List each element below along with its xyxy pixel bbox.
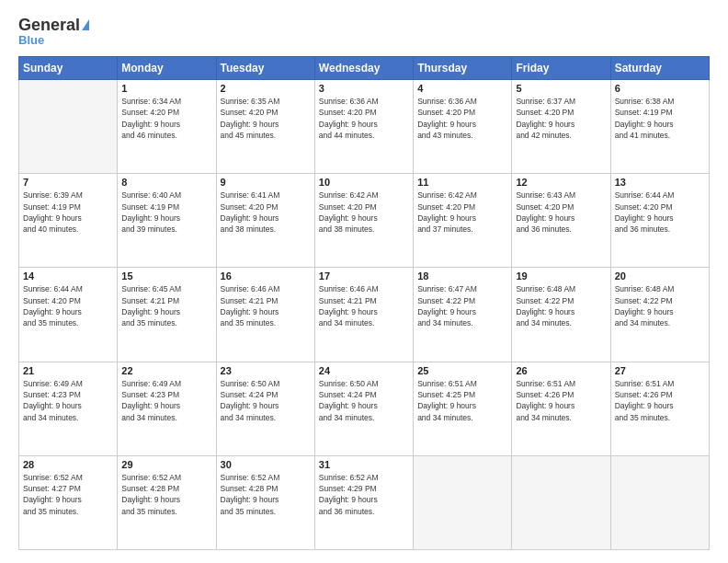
day-number: 13	[615, 177, 705, 188]
day-info: Sunrise: 6:43 AM Sunset: 4:20 PM Dayligh…	[516, 190, 606, 235]
calendar-cell: 9Sunrise: 6:41 AM Sunset: 4:20 PM Daylig…	[216, 174, 314, 268]
day-number: 18	[417, 270, 507, 282]
day-info: Sunrise: 6:39 AM Sunset: 4:19 PM Dayligh…	[23, 190, 113, 235]
day-info: Sunrise: 6:36 AM Sunset: 4:20 PM Dayligh…	[319, 96, 409, 141]
calendar-cell: 27Sunrise: 6:51 AM Sunset: 4:26 PM Dayli…	[610, 362, 709, 455]
calendar-cell: 3Sunrise: 6:36 AM Sunset: 4:20 PM Daylig…	[314, 80, 413, 174]
calendar-cell	[19, 80, 118, 174]
week-row-5: 28Sunrise: 6:52 AM Sunset: 4:27 PM Dayli…	[19, 455, 710, 549]
day-number: 25	[417, 365, 507, 376]
day-info: Sunrise: 6:50 AM Sunset: 4:24 PM Dayligh…	[221, 378, 311, 423]
calendar-cell: 7Sunrise: 6:39 AM Sunset: 4:19 PM Daylig…	[19, 174, 118, 268]
day-info: Sunrise: 6:49 AM Sunset: 4:23 PM Dayligh…	[121, 378, 211, 423]
day-number: 4	[417, 83, 507, 94]
logo-triangle-icon	[82, 19, 89, 30]
day-number: 9	[221, 177, 311, 188]
calendar-cell: 15Sunrise: 6:45 AM Sunset: 4:21 PM Dayli…	[118, 268, 216, 362]
day-number: 7	[23, 177, 113, 188]
day-number: 24	[319, 365, 409, 376]
day-info: Sunrise: 6:48 AM Sunset: 4:22 PM Dayligh…	[516, 283, 606, 328]
day-number: 27	[615, 365, 705, 376]
day-number: 20	[615, 270, 705, 282]
day-number: 12	[516, 177, 606, 188]
day-number: 30	[221, 459, 311, 470]
calendar-cell: 29Sunrise: 6:52 AM Sunset: 4:28 PM Dayli…	[118, 455, 216, 549]
calendar-cell: 2Sunrise: 6:35 AM Sunset: 4:20 PM Daylig…	[216, 80, 314, 174]
day-number: 1	[121, 83, 211, 94]
weekday-header-saturday: Saturday	[610, 57, 709, 80]
day-number: 26	[516, 365, 606, 376]
day-info: Sunrise: 6:44 AM Sunset: 4:20 PM Dayligh…	[23, 283, 113, 328]
day-number: 14	[23, 270, 113, 282]
weekday-header-friday: Friday	[512, 57, 610, 80]
calendar-cell: 4Sunrise: 6:36 AM Sunset: 4:20 PM Daylig…	[414, 80, 512, 174]
day-info: Sunrise: 6:44 AM Sunset: 4:20 PM Dayligh…	[615, 190, 705, 235]
day-number: 6	[615, 83, 705, 94]
calendar-cell: 20Sunrise: 6:48 AM Sunset: 4:22 PM Dayli…	[610, 268, 709, 362]
day-number: 11	[417, 177, 507, 188]
day-info: Sunrise: 6:45 AM Sunset: 4:21 PM Dayligh…	[121, 283, 211, 328]
calendar-cell: 24Sunrise: 6:50 AM Sunset: 4:24 PM Dayli…	[314, 362, 413, 455]
day-info: Sunrise: 6:51 AM Sunset: 4:25 PM Dayligh…	[417, 378, 507, 423]
calendar-cell: 31Sunrise: 6:52 AM Sunset: 4:29 PM Dayli…	[314, 455, 413, 549]
day-number: 10	[319, 177, 409, 188]
calendar-cell: 6Sunrise: 6:38 AM Sunset: 4:19 PM Daylig…	[610, 80, 709, 174]
calendar-cell: 5Sunrise: 6:37 AM Sunset: 4:20 PM Daylig…	[512, 80, 610, 174]
day-info: Sunrise: 6:34 AM Sunset: 4:20 PM Dayligh…	[121, 96, 211, 141]
logo-blue: Blue	[18, 33, 44, 47]
day-info: Sunrise: 6:48 AM Sunset: 4:22 PM Dayligh…	[615, 283, 705, 328]
day-info: Sunrise: 6:36 AM Sunset: 4:20 PM Dayligh…	[417, 96, 507, 141]
calendar-cell	[414, 455, 512, 549]
calendar-cell: 16Sunrise: 6:46 AM Sunset: 4:21 PM Dayli…	[216, 268, 314, 362]
day-info: Sunrise: 6:35 AM Sunset: 4:20 PM Dayligh…	[221, 96, 311, 141]
day-info: Sunrise: 6:40 AM Sunset: 4:19 PM Dayligh…	[121, 190, 211, 235]
day-number: 2	[221, 83, 311, 94]
day-number: 28	[23, 459, 113, 470]
calendar-cell	[610, 455, 709, 549]
weekday-header-monday: Monday	[118, 57, 216, 80]
calendar-cell	[512, 455, 610, 549]
week-row-3: 14Sunrise: 6:44 AM Sunset: 4:20 PM Dayli…	[19, 268, 710, 362]
day-number: 15	[121, 270, 211, 282]
day-number: 19	[516, 270, 606, 282]
day-number: 22	[121, 365, 211, 376]
day-info: Sunrise: 6:49 AM Sunset: 4:23 PM Dayligh…	[23, 378, 113, 423]
calendar-cell: 8Sunrise: 6:40 AM Sunset: 4:19 PM Daylig…	[118, 174, 216, 268]
weekday-header-wednesday: Wednesday	[314, 57, 413, 80]
logo: General Blue	[18, 17, 89, 47]
day-number: 3	[319, 83, 409, 94]
day-info: Sunrise: 6:38 AM Sunset: 4:19 PM Dayligh…	[615, 96, 705, 141]
day-info: Sunrise: 6:42 AM Sunset: 4:20 PM Dayligh…	[319, 190, 409, 235]
weekday-header-tuesday: Tuesday	[216, 57, 314, 80]
calendar-cell: 11Sunrise: 6:42 AM Sunset: 4:20 PM Dayli…	[414, 174, 512, 268]
calendar-cell: 21Sunrise: 6:49 AM Sunset: 4:23 PM Dayli…	[19, 362, 118, 455]
day-number: 21	[23, 365, 113, 376]
weekday-header-thursday: Thursday	[414, 57, 512, 80]
day-info: Sunrise: 6:46 AM Sunset: 4:21 PM Dayligh…	[319, 283, 409, 328]
calendar-cell: 30Sunrise: 6:52 AM Sunset: 4:28 PM Dayli…	[216, 455, 314, 549]
page: General Blue SundayMondayTuesdayWednesda…	[0, 0, 728, 563]
week-row-2: 7Sunrise: 6:39 AM Sunset: 4:19 PM Daylig…	[19, 174, 710, 268]
calendar-cell: 18Sunrise: 6:47 AM Sunset: 4:22 PM Dayli…	[414, 268, 512, 362]
day-info: Sunrise: 6:52 AM Sunset: 4:27 PM Dayligh…	[23, 472, 113, 517]
day-number: 17	[319, 270, 409, 282]
day-number: 23	[221, 365, 311, 376]
day-info: Sunrise: 6:47 AM Sunset: 4:22 PM Dayligh…	[417, 283, 507, 328]
calendar: SundayMondayTuesdayWednesdayThursdayFrid…	[18, 56, 710, 550]
calendar-cell: 14Sunrise: 6:44 AM Sunset: 4:20 PM Dayli…	[19, 268, 118, 362]
day-info: Sunrise: 6:51 AM Sunset: 4:26 PM Dayligh…	[516, 378, 606, 423]
calendar-cell: 1Sunrise: 6:34 AM Sunset: 4:20 PM Daylig…	[118, 80, 216, 174]
day-number: 5	[516, 83, 606, 94]
calendar-cell: 26Sunrise: 6:51 AM Sunset: 4:26 PM Dayli…	[512, 362, 610, 455]
day-info: Sunrise: 6:37 AM Sunset: 4:20 PM Dayligh…	[516, 96, 606, 141]
header: General Blue	[18, 17, 710, 47]
calendar-cell: 17Sunrise: 6:46 AM Sunset: 4:21 PM Dayli…	[314, 268, 413, 362]
calendar-cell: 23Sunrise: 6:50 AM Sunset: 4:24 PM Dayli…	[216, 362, 314, 455]
weekday-header-sunday: Sunday	[19, 57, 118, 80]
day-number: 8	[121, 177, 211, 188]
day-info: Sunrise: 6:52 AM Sunset: 4:29 PM Dayligh…	[319, 472, 409, 517]
day-info: Sunrise: 6:52 AM Sunset: 4:28 PM Dayligh…	[121, 472, 211, 517]
calendar-cell: 22Sunrise: 6:49 AM Sunset: 4:23 PM Dayli…	[118, 362, 216, 455]
day-number: 29	[121, 459, 211, 470]
logo-general: General	[18, 17, 80, 33]
